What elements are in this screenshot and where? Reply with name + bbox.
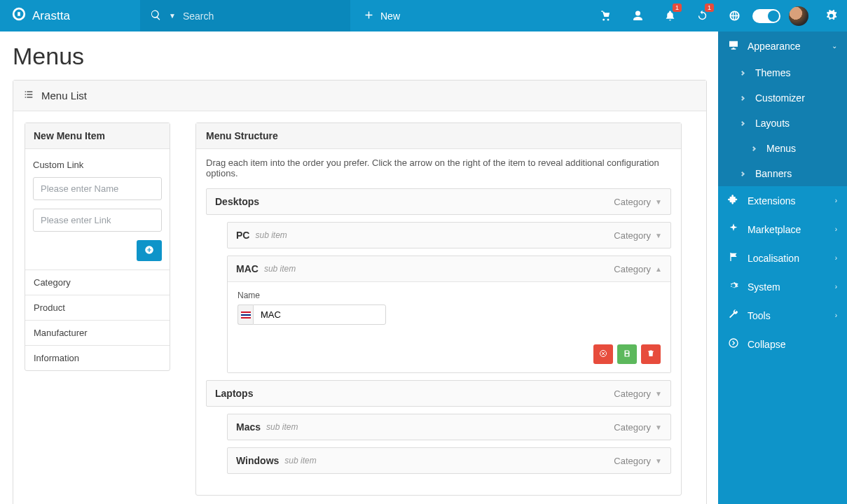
sidebar-item-label: Layouts <box>755 118 790 129</box>
instructions-text: Drag each item into the order you prefer… <box>206 158 671 178</box>
chevron-down-icon[interactable]: ▼ <box>655 232 662 239</box>
add-button[interactable] <box>137 240 162 261</box>
sidebar-item-label: Themes <box>755 67 791 78</box>
category-item[interactable]: Category <box>25 270 170 295</box>
bell-icon[interactable]: 1 <box>654 0 686 31</box>
menu-item-type: Category <box>614 456 651 466</box>
wrench-icon <box>728 309 739 322</box>
sidebar-extensions[interactable]: Extensions › <box>718 186 847 215</box>
sidebar-item-label: Menus <box>766 143 796 154</box>
sidebar-marketplace[interactable]: Marketplace › <box>718 215 847 244</box>
new-label: New <box>380 10 400 22</box>
sidebar-item-label: Marketplace <box>748 224 801 235</box>
chevron-right-icon: › <box>835 197 837 204</box>
collapse-icon <box>728 337 739 351</box>
chevron-right-icon: › <box>835 254 837 262</box>
subitem-label: sub item <box>266 422 298 432</box>
brand-name: Arastta <box>32 9 70 23</box>
flag-uk-icon <box>241 312 251 318</box>
content-area: Menus Menu List New Menu Item Custom Lin… <box>0 31 718 504</box>
sync-icon[interactable]: 1 <box>686 0 718 31</box>
link-input[interactable] <box>33 209 162 232</box>
menu-item-title: Laptops <box>215 388 253 399</box>
sidebar-banners[interactable]: Banners <box>743 161 847 186</box>
save-icon <box>623 349 631 360</box>
sidebar-item-label: Banners <box>755 168 792 179</box>
chevron-down-icon[interactable]: ▼ <box>655 424 662 431</box>
manufacturer-item[interactable]: Manufacturer <box>25 320 170 345</box>
sidebar-menus[interactable]: Menus <box>743 136 847 161</box>
delete-button[interactable] <box>641 344 661 364</box>
cancel-icon <box>599 349 607 360</box>
menu-item-expand-panel: Name <box>228 281 670 372</box>
subitem-label: sub item <box>284 456 316 465</box>
sidebar-layouts[interactable]: Layouts <box>743 111 847 136</box>
subitem-label: sub item <box>264 264 296 274</box>
user-icon[interactable] <box>621 0 654 31</box>
panel-title: Menu List <box>41 90 87 102</box>
cart-icon[interactable] <box>589 0 621 31</box>
sidebar-tools[interactable]: Tools › <box>718 301 847 330</box>
page-title: Menus <box>13 43 707 70</box>
name-input[interactable] <box>33 177 162 200</box>
chevron-down-icon[interactable]: ▼ <box>655 198 662 206</box>
search-input[interactable] <box>183 10 340 22</box>
information-item[interactable]: Information <box>25 345 170 370</box>
menu-item-macs[interactable]: Macs sub item Category ▼ <box>227 414 671 440</box>
sync-badge: 1 <box>705 4 714 12</box>
sidebar-themes[interactable]: Themes <box>743 60 847 85</box>
menu-item-mac[interactable]: MAC sub item Category ▲ Name <box>227 255 671 373</box>
brand[interactable]: Arastta <box>0 0 140 31</box>
link-icon <box>740 95 745 100</box>
subitem-label: sub item <box>255 230 287 240</box>
chevron-down-icon: ⌄ <box>832 42 837 50</box>
product-item[interactable]: Product <box>25 295 170 320</box>
sidebar-item-label: Localisation <box>748 253 799 264</box>
chevron-right-icon: › <box>835 312 837 319</box>
menu-item-desktops[interactable]: Desktops Category ▼ <box>206 188 671 215</box>
new-menu-item-panel: New Menu Item Custom Link Category Produ… <box>25 122 170 371</box>
sidebar-item-label: Customizer <box>755 92 805 104</box>
avatar[interactable] <box>783 0 815 31</box>
sidebar-customizer[interactable]: Customizer <box>743 85 847 111</box>
svg-point-1 <box>729 339 738 347</box>
save-button[interactable] <box>617 344 637 364</box>
trash-icon <box>647 349 655 360</box>
flag-icon <box>728 251 739 265</box>
menu-list-panel: Menu List New Menu Item Custom Link <box>13 80 707 504</box>
language-flag[interactable] <box>237 304 253 325</box>
plus-circle-icon <box>144 245 154 257</box>
search-box[interactable]: ▼ <box>140 0 350 31</box>
custom-link-label: Custom Link <box>33 155 162 177</box>
globe-icon[interactable] <box>718 0 750 31</box>
menu-item-laptops[interactable]: Laptops Category ▼ <box>206 380 671 407</box>
sidebar-collapse[interactable]: Collapse <box>718 330 847 358</box>
cancel-button[interactable] <box>593 344 613 364</box>
menu-item-type: Category <box>614 422 651 433</box>
toggle-switch[interactable] <box>750 0 783 31</box>
gear-icon <box>728 280 739 293</box>
sidebar-localisation[interactable]: Localisation › <box>718 244 847 272</box>
sidebar-appearance[interactable]: Appearance ⌄ <box>718 31 847 60</box>
brand-logo-icon <box>11 6 27 25</box>
plus-icon <box>363 9 375 23</box>
menu-item-pc[interactable]: PC sub item Category ▼ <box>227 222 671 248</box>
menu-item-type: Category <box>614 230 651 241</box>
topbar: Arastta ▼ New 1 1 <box>0 0 847 31</box>
menu-item-title: PC <box>236 230 249 241</box>
chevron-up-icon[interactable]: ▲ <box>655 265 662 273</box>
list-icon <box>23 89 34 102</box>
chevron-down-icon[interactable]: ▼ <box>169 12 176 20</box>
link-icon <box>740 171 745 176</box>
item-name-input[interactable] <box>253 304 386 325</box>
sidebar-item-label: System <box>748 281 780 293</box>
menu-item-windows[interactable]: Windows sub item Category ▼ <box>227 447 671 474</box>
search-icon <box>150 9 162 23</box>
new-button[interactable]: New <box>350 0 413 31</box>
panel-header: Menu List <box>13 80 706 111</box>
sidebar: Appearance ⌄ Themes Customizer Layouts <box>718 31 847 504</box>
chevron-down-icon[interactable]: ▼ <box>655 390 662 398</box>
gear-icon[interactable] <box>815 0 847 31</box>
sidebar-system[interactable]: System › <box>718 272 847 301</box>
chevron-down-icon[interactable]: ▼ <box>655 457 662 465</box>
